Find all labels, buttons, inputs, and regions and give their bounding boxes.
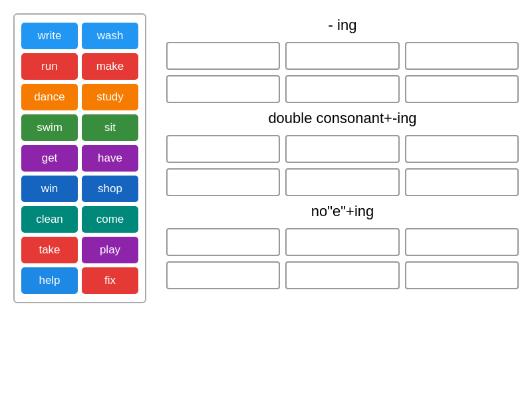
section-title: - ing	[166, 17, 519, 34]
drop-grid	[166, 228, 519, 289]
drop-cell[interactable]	[405, 261, 519, 289]
word-row: writewash	[21, 23, 138, 49]
word-button-run[interactable]: run	[21, 53, 78, 80]
drop-cell[interactable]	[285, 135, 399, 163]
drop-cell[interactable]	[285, 168, 399, 196]
word-button-get[interactable]: get	[21, 145, 78, 172]
word-row: dancestudy	[21, 84, 138, 110]
drop-grid	[166, 42, 519, 103]
drop-grid	[166, 135, 519, 196]
word-row: winshop	[21, 176, 138, 202]
drop-cell[interactable]	[405, 135, 519, 163]
word-button-sit[interactable]: sit	[82, 114, 138, 141]
drop-cell[interactable]	[405, 168, 519, 196]
word-button-make[interactable]: make	[82, 53, 138, 80]
word-button-play[interactable]: play	[82, 237, 138, 263]
word-row: takeplay	[21, 237, 138, 263]
drop-cell[interactable]	[166, 42, 280, 70]
word-button-come[interactable]: come	[82, 206, 138, 233]
drop-cell[interactable]	[285, 261, 399, 289]
drop-cell[interactable]	[166, 135, 280, 163]
word-button-fix[interactable]: fix	[82, 267, 138, 294]
drop-cell[interactable]	[166, 228, 280, 256]
word-row: swimsit	[21, 114, 138, 141]
section-title: no"e"+ing	[166, 203, 519, 220]
drop-cell[interactable]	[285, 228, 399, 256]
word-row: cleancome	[21, 206, 138, 233]
word-button-have[interactable]: have	[82, 145, 138, 172]
drop-section: no"e"+ing	[166, 203, 519, 289]
word-button-dance[interactable]: dance	[21, 84, 78, 110]
drop-cell[interactable]	[166, 261, 280, 289]
drop-cell[interactable]	[166, 168, 280, 196]
word-button-win[interactable]: win	[21, 176, 78, 202]
drop-cell[interactable]	[405, 42, 519, 70]
word-button-help[interactable]: help	[21, 267, 78, 294]
right-panel: - ingdouble consonant+-ingno"e"+ing	[166, 13, 519, 289]
word-row: gethave	[21, 145, 138, 172]
word-row: runmake	[21, 53, 138, 80]
word-button-write[interactable]: write	[21, 23, 78, 49]
drop-section: double consonant+-ing	[166, 110, 519, 196]
word-button-shop[interactable]: shop	[82, 176, 138, 202]
word-button-clean[interactable]: clean	[21, 206, 78, 233]
drop-cell[interactable]	[166, 75, 280, 103]
word-button-swim[interactable]: swim	[21, 114, 78, 141]
drop-cell[interactable]	[285, 42, 399, 70]
word-button-wash[interactable]: wash	[82, 23, 138, 49]
drop-section: - ing	[166, 17, 519, 103]
word-bank: writewashrunmakedancestudyswimsitgethave…	[13, 13, 146, 303]
word-button-take[interactable]: take	[21, 237, 78, 263]
drop-cell[interactable]	[405, 75, 519, 103]
drop-cell[interactable]	[285, 75, 399, 103]
word-button-study[interactable]: study	[82, 84, 138, 110]
drop-cell[interactable]	[405, 228, 519, 256]
section-title: double consonant+-ing	[166, 110, 519, 127]
word-row: helpfix	[21, 267, 138, 294]
